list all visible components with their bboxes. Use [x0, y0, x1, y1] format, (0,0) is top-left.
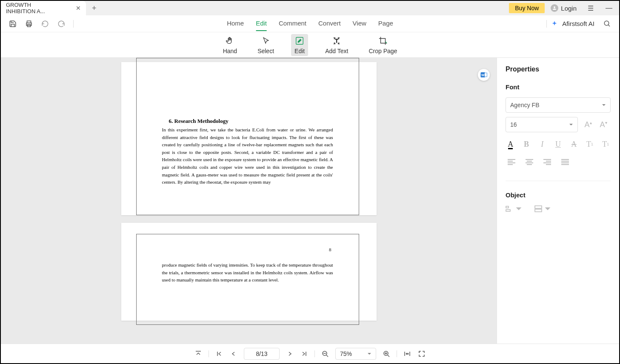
crop-page-tool[interactable]: Crop Page	[365, 34, 400, 56]
tab-convert[interactable]: Convert	[318, 16, 341, 31]
next-page-icon[interactable]	[286, 350, 294, 358]
undo-icon[interactable]	[41, 20, 49, 28]
zoom-select[interactable]: 75%	[335, 348, 376, 360]
object-section-label: Object	[506, 191, 611, 199]
buy-now-button[interactable]: Buy Now	[509, 3, 545, 13]
quickbar-right: Afirstsoft AI	[546, 20, 611, 28]
divider	[314, 350, 315, 357]
svg-rect-29	[535, 206, 542, 208]
edit-label: Edit	[294, 48, 305, 54]
font-size-select[interactable]: 16	[506, 117, 578, 132]
font-family-select[interactable]: Agency FB	[506, 97, 611, 113]
section-heading: 6. Research Methodology	[162, 118, 333, 125]
font-family-value: Agency FB	[510, 102, 539, 108]
quickbar: Home Edit Comment Convert View Page Afir…	[1, 15, 619, 32]
align-left-button[interactable]	[506, 156, 517, 168]
select-tool[interactable]: Select	[254, 34, 277, 56]
document-tab[interactable]: GROWTH INHIBITION A... ✕	[1, 1, 86, 15]
chevron-down-icon	[544, 205, 551, 212]
redo-icon[interactable]	[57, 20, 66, 28]
tab-title: GROWTH INHIBITION A...	[6, 2, 59, 14]
document-page[interactable]: 6. Research Methodology In this experime…	[121, 62, 377, 215]
distribute-object-button[interactable]	[534, 205, 551, 212]
font-section-label: Font	[506, 83, 611, 91]
subscript-button[interactable]: T1	[601, 138, 611, 150]
close-tab-icon[interactable]: ✕	[76, 5, 81, 11]
convert-to-word-button[interactable]: W	[478, 69, 490, 81]
fit-page-icon[interactable]	[417, 350, 426, 358]
login-label: Login	[561, 5, 577, 12]
underline-button[interactable]: U	[553, 138, 563, 150]
chevron-down-icon	[569, 122, 573, 127]
svg-line-5	[608, 25, 610, 26]
search-icon[interactable]	[603, 20, 611, 28]
hand-icon	[225, 36, 235, 46]
align-justify-button[interactable]	[559, 156, 571, 168]
hand-tool[interactable]: Hand	[220, 34, 240, 56]
ai-label[interactable]: Afirstsoft AI	[562, 20, 594, 27]
minimize-icon[interactable]: —	[600, 2, 617, 14]
hand-label: Hand	[223, 48, 237, 54]
font-color-button[interactable]: A	[506, 138, 515, 150]
align-center-button[interactable]	[523, 156, 535, 168]
svg-line-36	[326, 355, 328, 357]
font-size-value: 16	[510, 121, 517, 128]
prev-page-icon[interactable]	[229, 350, 238, 358]
svg-rect-27	[506, 206, 509, 208]
object-row	[506, 205, 611, 212]
add-text-tool[interactable]: T Add Text	[322, 34, 351, 56]
add-text-label: Add Text	[325, 48, 348, 54]
first-page-icon[interactable]	[215, 350, 223, 358]
align-right-button[interactable]	[541, 156, 553, 168]
main-tabs: Home Edit Comment Convert View Page	[227, 16, 393, 31]
divider	[209, 350, 209, 357]
edit-icon	[294, 36, 305, 46]
body-paragraph: produce magnetic fields of varying inten…	[162, 262, 333, 284]
svg-text:T: T	[335, 38, 338, 43]
align-object-button[interactable]	[506, 205, 523, 212]
save-icon[interactable]	[9, 20, 17, 28]
chevron-down-icon	[367, 352, 371, 356]
alignment-row	[506, 156, 611, 168]
scroll-top-icon[interactable]	[194, 350, 203, 358]
tab-edit[interactable]: Edit	[256, 16, 267, 31]
divider	[506, 181, 611, 181]
svg-point-4	[604, 21, 609, 26]
italic-button[interactable]: I	[537, 138, 547, 150]
page-content: 6. Research Methodology In this experime…	[136, 58, 359, 215]
login-button[interactable]: Login	[546, 3, 581, 14]
superscript-button[interactable]: T1	[585, 138, 594, 150]
bold-button[interactable]: B	[521, 138, 531, 150]
chevron-down-icon	[515, 205, 523, 212]
increase-font-icon[interactable]: A▴	[583, 120, 593, 129]
zoom-out-icon[interactable]	[321, 350, 329, 358]
add-tab-button[interactable]: +	[86, 4, 103, 13]
print-icon[interactable]	[25, 20, 33, 28]
edit-toolbar: Hand Select Edit T Add Text Crop Page	[1, 32, 619, 58]
cursor-icon	[261, 36, 271, 46]
add-text-icon: T	[331, 36, 342, 46]
tab-view[interactable]: View	[353, 16, 366, 31]
tab-home[interactable]: Home	[227, 16, 244, 31]
svg-rect-30	[535, 209, 542, 212]
edit-tool[interactable]: Edit	[291, 34, 308, 56]
crop-icon	[378, 36, 388, 46]
avatar-icon	[551, 4, 558, 12]
document-page[interactable]: 8 produce magnetic fields of varying int…	[121, 223, 377, 321]
svg-rect-28	[506, 210, 510, 211]
page-number-input[interactable]	[244, 348, 280, 360]
decrease-font-icon[interactable]: A▾	[598, 120, 609, 129]
hamburger-menu-icon[interactable]: ☰	[583, 2, 599, 15]
document-viewport[interactable]: 6. Research Methodology In this experime…	[1, 58, 497, 344]
tab-page[interactable]: Page	[378, 16, 393, 31]
svg-text:W: W	[481, 73, 485, 77]
zoom-value: 75%	[340, 350, 352, 357]
fit-width-icon[interactable]	[403, 350, 411, 358]
titlebar-right: Buy Now Login ☰ —	[509, 2, 619, 15]
last-page-icon[interactable]	[300, 350, 309, 358]
svg-rect-10	[485, 73, 487, 77]
strikethrough-button[interactable]: A	[569, 138, 579, 150]
divider	[397, 350, 397, 357]
zoom-in-icon[interactable]	[382, 350, 391, 358]
tab-comment[interactable]: Comment	[279, 16, 306, 31]
